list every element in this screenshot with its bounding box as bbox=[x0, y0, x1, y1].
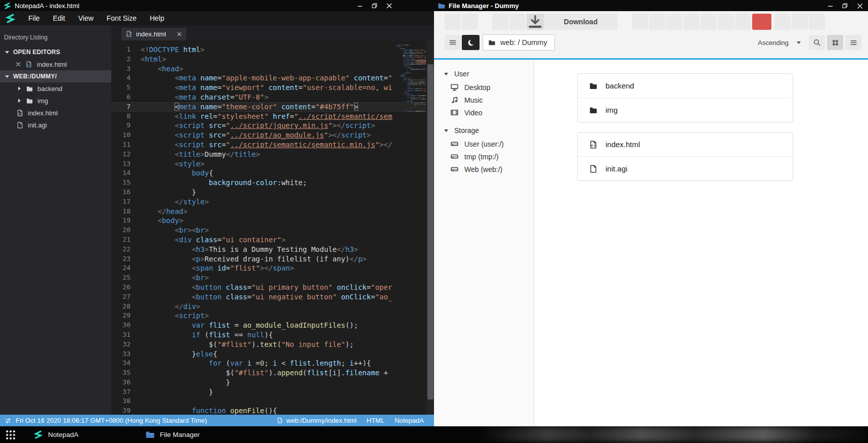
download-icon bbox=[527, 14, 544, 30]
file-row-init-agi[interactable]: init.agi bbox=[578, 156, 793, 181]
status-time: Fri Oct 16 2020 18:06:17 GMT+0800 (Hong … bbox=[16, 417, 207, 424]
download-label: Download bbox=[544, 18, 618, 26]
open-editor-item-index-html[interactable]: index.html bbox=[0, 58, 111, 70]
file-code-icon bbox=[16, 109, 24, 117]
chevron-right-icon bbox=[18, 99, 21, 103]
back-button[interactable] bbox=[445, 14, 461, 30]
notepada-window-title: NotepadA - index.html bbox=[15, 2, 79, 10]
restore-icon[interactable] bbox=[371, 3, 378, 9]
theme-toggle-button[interactable] bbox=[462, 35, 480, 50]
notepada-logo-icon bbox=[5, 13, 16, 24]
scrollbar-thumb[interactable] bbox=[427, 64, 433, 400]
tree-item-img[interactable]: img bbox=[0, 95, 111, 107]
file-list-area[interactable]: backendimgindex.htmlinit.agi bbox=[534, 60, 868, 426]
menu-button[interactable] bbox=[445, 35, 461, 50]
sidebar-item-user-user-[interactable]: User (user:/) bbox=[434, 138, 534, 150]
code-text[interactable]: <!DOCTYPE html><html> <head> <meta name=… bbox=[141, 45, 396, 415]
close-icon[interactable] bbox=[177, 31, 182, 37]
menu-file[interactable]: File bbox=[22, 11, 47, 25]
notepada-status-bar: Fri Oct 16 2020 18:06:17 GMT+0800 (Hong … bbox=[0, 415, 434, 426]
workspace-header-web-dummy[interactable]: WEB:/DUMMY/ bbox=[0, 70, 111, 82]
new-file-button[interactable] bbox=[683, 14, 700, 30]
breadcrumb[interactable]: web: / Dummy bbox=[483, 34, 555, 51]
taskbar-item-file-manager[interactable]: File Manager bbox=[140, 426, 205, 443]
notepada-logo-icon bbox=[4, 2, 11, 10]
directory-listing-title: Directory Listing bbox=[0, 25, 111, 46]
directory-listing-panel: Directory Listing OPEN EDITORS index.htm… bbox=[0, 25, 111, 415]
delete-button[interactable] bbox=[752, 14, 771, 30]
minimap[interactable]: <!DOCTYPE html><html> <head> <meta name=… bbox=[396, 45, 426, 415]
search-button[interactable] bbox=[809, 35, 825, 50]
chevron-down-icon bbox=[444, 73, 448, 75]
file-code-icon bbox=[125, 30, 133, 38]
folder-icon bbox=[438, 2, 445, 10]
up-button[interactable] bbox=[462, 14, 478, 30]
sidebar-item-web-web-[interactable]: Web (web:/) bbox=[434, 163, 534, 175]
code-editor[interactable]: 1234567891011121314151617181920212223242… bbox=[111, 40, 434, 415]
sidebar-section-header-storage[interactable]: Storage bbox=[434, 123, 534, 138]
sort-order-dropdown[interactable]: Ascending bbox=[758, 39, 789, 47]
file-code-icon bbox=[25, 61, 33, 68]
sidebar-item-desktop[interactable]: Desktop bbox=[434, 81, 534, 94]
taskbar-item-notepada[interactable]: NotepadA bbox=[28, 426, 83, 443]
file-row-backend[interactable]: backend bbox=[578, 74, 793, 98]
notepada-window: NotepadA - index.html File Edit View Fon… bbox=[0, 0, 434, 426]
close-icon[interactable] bbox=[386, 3, 393, 9]
editor-scrollbar[interactable] bbox=[426, 40, 434, 415]
file-row-index-html[interactable]: index.html bbox=[578, 132, 793, 156]
sidebar-section-user: UserDesktopMusicVideo bbox=[434, 67, 534, 119]
tree-item-backend[interactable]: backend bbox=[0, 82, 111, 95]
paste-button[interactable] bbox=[649, 14, 665, 30]
cut-button[interactable] bbox=[666, 14, 682, 30]
status-language[interactable]: HTML bbox=[367, 417, 384, 424]
file-manager-titlebar: File Manager - Dummy bbox=[434, 0, 868, 11]
tab-index-html[interactable]: index.html bbox=[121, 28, 186, 40]
file-manager-toolbar: Download? web: / Dummy Ascending bbox=[434, 11, 868, 60]
file-manager-window-title: File Manager - Dummy bbox=[449, 2, 519, 10]
help-button[interactable]: ? bbox=[809, 14, 825, 30]
status-file-path[interactable]: web:/Dummy/index.html bbox=[286, 417, 357, 424]
open-in-new-button[interactable] bbox=[509, 14, 526, 30]
folder-icon bbox=[145, 430, 155, 439]
menu-edit[interactable]: Edit bbox=[47, 11, 72, 25]
folder-icon bbox=[26, 85, 33, 93]
file-row-img[interactable]: img bbox=[578, 98, 793, 122]
file-plain-icon bbox=[589, 164, 598, 173]
drive-icon bbox=[450, 152, 459, 161]
open-button[interactable] bbox=[492, 14, 508, 30]
tabstrip: index.html bbox=[111, 25, 434, 40]
restore-icon[interactable] bbox=[842, 3, 848, 9]
menu-font-size[interactable]: Font Size bbox=[100, 11, 143, 25]
file-group-card: backendimg bbox=[577, 73, 793, 122]
tree-item-init-agi[interactable]: init.agi bbox=[0, 119, 111, 131]
close-icon[interactable] bbox=[15, 61, 21, 67]
desktop-icon bbox=[450, 83, 459, 92]
file-code-icon bbox=[277, 417, 283, 424]
rename-button[interactable] bbox=[735, 14, 751, 30]
tree-item-index-html[interactable]: index.html bbox=[0, 107, 111, 119]
refresh-button[interactable] bbox=[774, 14, 791, 30]
new-folder-button[interactable] bbox=[701, 14, 717, 30]
upload-button[interactable] bbox=[718, 14, 734, 30]
sidebar-item-tmp-tmp-[interactable]: tmp (tmp:/) bbox=[434, 150, 534, 163]
grid-view-button[interactable] bbox=[827, 35, 843, 50]
copy-button[interactable] bbox=[632, 14, 648, 30]
menu-view[interactable]: View bbox=[72, 11, 100, 25]
info-button[interactable] bbox=[792, 14, 808, 30]
sidebar-section-header-user[interactable]: User bbox=[434, 67, 534, 81]
sidebar-item-video[interactable]: Video bbox=[434, 106, 534, 119]
minimize-icon[interactable] bbox=[357, 3, 363, 9]
apps-grid-icon[interactable] bbox=[4, 428, 17, 441]
download-button[interactable]: Download bbox=[527, 14, 618, 30]
music-icon bbox=[450, 96, 459, 104]
file-plain-icon bbox=[16, 121, 24, 129]
close-icon[interactable] bbox=[856, 3, 863, 9]
open-editors-header[interactable]: OPEN EDITORS bbox=[0, 46, 111, 58]
notepada-menubar: File Edit View Font Size Help bbox=[0, 11, 434, 25]
sidebar-item-music[interactable]: Music bbox=[434, 94, 534, 106]
status-app-name[interactable]: NotepadA bbox=[395, 417, 424, 424]
list-view-button[interactable] bbox=[845, 35, 861, 50]
menu-help[interactable]: Help bbox=[143, 11, 171, 25]
minimize-icon[interactable] bbox=[827, 3, 834, 9]
chevron-down-icon[interactable] bbox=[797, 41, 801, 44]
